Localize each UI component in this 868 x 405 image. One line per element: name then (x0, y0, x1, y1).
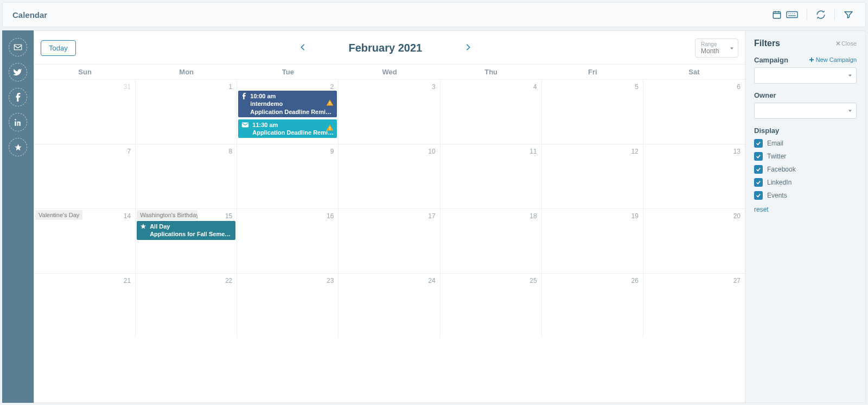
calendar-cell[interactable]: 9 (237, 144, 339, 208)
holiday-badge: Washington's Birthday (137, 210, 197, 220)
calendar-title-block: February 2021 (300, 42, 471, 54)
display-checkbox[interactable]: Events (754, 191, 857, 200)
prev-month-button[interactable] (300, 43, 305, 53)
new-campaign-button[interactable]: New Campaign (809, 56, 857, 63)
day-number: 15 (225, 212, 232, 220)
day-number: 22 (225, 277, 232, 284)
day-number: 5 (635, 83, 639, 91)
display-checkbox[interactable]: Email (754, 139, 857, 148)
dow-header: Tue (237, 65, 339, 79)
checkbox-icon (754, 191, 763, 200)
checkbox-icon (754, 152, 763, 161)
dow-header: Fri (542, 65, 643, 79)
day-number: 21 (124, 277, 131, 284)
calendar-cell[interactable]: 23 (237, 273, 339, 338)
rail-email-icon[interactable] (9, 38, 27, 56)
calendar-cell[interactable]: 10 (339, 144, 440, 208)
calendar-cell[interactable]: 21 (34, 273, 136, 338)
day-number: 20 (733, 212, 741, 220)
warning-icon (326, 124, 334, 134)
svg-rect-0 (773, 12, 781, 18)
calendar-cell[interactable]: 31 (34, 79, 136, 144)
separator (834, 9, 835, 21)
close-filters-button[interactable]: Close (836, 40, 857, 47)
calendar-cell[interactable]: 18 (441, 208, 542, 273)
filter-icon[interactable] (841, 8, 856, 22)
checkbox-icon (754, 165, 763, 174)
calendar-cell[interactable]: 20 (643, 208, 745, 273)
display-checkbox[interactable]: Facebook (754, 165, 857, 174)
calendar-grid: 311210:00 aminterndemoApplication Deadli… (34, 79, 745, 402)
svg-rect-2 (15, 121, 16, 125)
range-label: Range (701, 41, 724, 47)
calendar-cell[interactable]: 7 (34, 144, 136, 208)
calendar-cell[interactable]: 15Washington's BirthdayAll DayApplicatio… (136, 208, 237, 273)
day-number: 1 (229, 83, 233, 91)
topbar: Calendar (2, 2, 866, 27)
calendar-cell[interactable]: 17 (339, 208, 440, 273)
facebook-icon (241, 93, 247, 101)
display-checkbox[interactable]: LinkedIn (754, 178, 857, 187)
rail-linkedin-icon[interactable] (9, 113, 27, 131)
calendar-event[interactable]: 10:00 aminterndemoApplication Deadline R… (238, 91, 337, 117)
day-number: 8 (229, 148, 233, 155)
day-number: 12 (631, 148, 638, 155)
rail-twitter-icon[interactable] (9, 63, 27, 81)
event-text: 10:00 aminterndemoApplication Deadline R… (250, 92, 331, 116)
calendar-cell[interactable]: 25 (441, 273, 542, 338)
calendar-cell[interactable]: 210:00 aminterndemoApplication Deadline … (237, 79, 339, 144)
event-text: All DayApplications for Fall Semester (150, 223, 231, 238)
calendar-cell[interactable]: 16 (237, 208, 339, 273)
mail-icon (241, 122, 249, 129)
rail-facebook-icon[interactable] (9, 88, 27, 106)
calendar-cell[interactable]: 5 (542, 79, 643, 144)
calendar-cell[interactable]: 6 (643, 79, 745, 144)
holiday-badge: Valentine's Day (35, 210, 82, 220)
calendar-cell[interactable]: 22 (136, 273, 237, 338)
day-number: 7 (127, 148, 131, 155)
separator (807, 9, 807, 21)
next-month-button[interactable] (465, 43, 471, 53)
campaign-label: Campaign (754, 56, 788, 64)
display-checkbox[interactable]: Twitter (754, 152, 857, 161)
calendar-cell[interactable]: 3 (339, 79, 440, 144)
keyboard-icon[interactable] (784, 9, 800, 21)
calendar-cell[interactable]: 24 (339, 273, 440, 338)
range-select[interactable]: Range Month (695, 39, 738, 58)
display-label: Display (754, 126, 779, 135)
calendar-icon[interactable] (770, 8, 784, 22)
today-button[interactable]: Today (41, 40, 76, 56)
calendar-cell[interactable]: 19 (542, 208, 643, 273)
svg-rect-5 (330, 105, 330, 105)
display-checklist: EmailTwitterFacebookLinkedInEvents (754, 139, 857, 200)
filters-title: Filters (754, 39, 780, 48)
calendar-cell[interactable]: 11 (441, 144, 542, 208)
star-icon (140, 223, 146, 231)
day-number: 3 (432, 83, 436, 91)
owner-select[interactable] (754, 103, 857, 119)
dow-header: Mon (136, 65, 237, 79)
calendar-cell[interactable]: 13 (643, 144, 745, 208)
dow-header: Wed (339, 65, 440, 79)
rail-star-icon[interactable] (9, 138, 27, 156)
calendar-cell[interactable]: 4 (441, 79, 542, 144)
calendar-cell[interactable]: 26 (542, 273, 643, 338)
checkbox-label: Events (767, 192, 787, 199)
refresh-icon[interactable] (814, 8, 828, 22)
day-number: 11 (529, 148, 537, 155)
calendar-event[interactable]: 11:30 amApplication Deadline Reminder (238, 119, 337, 138)
new-campaign-label: New Campaign (816, 56, 857, 63)
day-number: 13 (733, 148, 741, 155)
calendar-cell[interactable]: 27 (643, 273, 745, 338)
calendar-event[interactable]: All DayApplications for Fall Semester (137, 221, 235, 240)
day-number: 27 (733, 277, 741, 284)
calendar-cell[interactable]: 8 (136, 144, 237, 208)
calendar-cell[interactable]: 14Valentine's Day (34, 208, 136, 273)
calendar-cell[interactable]: 1 (136, 79, 237, 144)
calendar-cell[interactable]: 12 (542, 144, 643, 208)
checkbox-label: Email (767, 140, 783, 147)
campaign-select[interactable] (754, 67, 857, 84)
day-number: 26 (631, 277, 638, 284)
svg-rect-1 (787, 12, 797, 18)
reset-button[interactable]: reset (754, 206, 769, 213)
